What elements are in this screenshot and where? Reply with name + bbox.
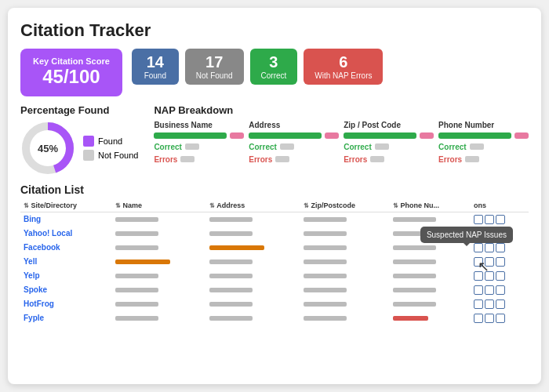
table-row: Spoke — [20, 283, 529, 297]
bar-cell-6-2 — [300, 297, 390, 311]
citation-table: ⇅ Site/Directory ⇅ Name ⇅ Address ⇅ Zip/… — [20, 199, 529, 325]
site-cell-6[interactable]: HotFrog — [20, 297, 112, 311]
site-link-2[interactable]: Facebook — [24, 243, 60, 252]
action-icon-2-2[interactable] — [485, 243, 494, 252]
bar-cell-6-1 — [206, 297, 300, 311]
citation-list-section: Citation List ⇅ Site/Directory ⇅ Name ⇅ … — [20, 183, 529, 372]
site-cell-2[interactable]: Facebook — [20, 241, 112, 255]
action-icon-3-3[interactable] — [496, 257, 505, 267]
stat-label-1: Not Found — [196, 71, 233, 80]
table-row: Yell — [20, 255, 529, 269]
nap-correct-row-3: Correct — [438, 143, 529, 151]
page-title: Citation Tracker — [20, 20, 529, 41]
nap-errors-gray-2 — [370, 156, 384, 162]
bar-cell-7-0 — [112, 311, 206, 325]
action-icon-3-5[interactable] — [496, 285, 505, 295]
nap-breakdown-section: NAP Breakdown Business Name Correct Erro… — [154, 104, 529, 176]
action-icon-1-5[interactable] — [474, 285, 483, 295]
nap-pink-bar-1 — [325, 132, 339, 139]
bar-cell-0-1 — [206, 212, 300, 227]
nap-errors-row-0: Errors — [154, 155, 244, 164]
notfound-color-swatch — [83, 150, 94, 161]
bar-cell-2-2 — [300, 241, 390, 255]
action-icon-2-6[interactable] — [485, 299, 494, 309]
action-icon-3-7[interactable] — [496, 314, 505, 323]
nap-top-bar-row-0 — [154, 132, 244, 139]
nap-correct-label-3: Correct — [438, 143, 467, 151]
action-icon-2-0[interactable] — [485, 215, 494, 224]
table-row: Bing — [20, 212, 529, 227]
score-value: 45/100 — [33, 66, 110, 89]
bar-cell-7-1 — [206, 311, 300, 325]
th-address[interactable]: ⇅ Address — [206, 199, 300, 212]
site-link-1[interactable]: Yahoo! Local — [24, 229, 72, 238]
nap-col-header-2: Zip / Post Code — [344, 121, 434, 129]
nap-errors-gray-1 — [275, 156, 289, 162]
middle-section: Percentage Found 45% Found — [20, 104, 529, 176]
nap-errors-gray-0 — [180, 156, 195, 162]
th-zip[interactable]: ⇅ Zip/Postcode — [300, 199, 390, 212]
donut-wrap: 45% Found Not Found — [20, 121, 138, 176]
nap-issues-tooltip: Suspected NAP Issues — [420, 227, 513, 243]
th-name[interactable]: ⇅ Name — [112, 199, 206, 212]
site-link-4[interactable]: Yelp — [24, 271, 40, 280]
nap-correct-gray-0 — [185, 143, 199, 150]
site-cell-3[interactable]: Yell — [20, 255, 112, 269]
site-cell-1[interactable]: Yahoo! Local — [20, 227, 112, 241]
table-header-row: ⇅ Site/Directory ⇅ Name ⇅ Address ⇅ Zip/… — [20, 199, 529, 212]
bar-cell-3-3 — [390, 255, 471, 269]
stat-box-1: 17Not Found — [185, 49, 244, 85]
nap-correct-label-1: Correct — [249, 143, 277, 151]
action-icon-1-0[interactable] — [474, 215, 483, 224]
score-label: Key Citation Score — [33, 56, 110, 66]
bar-cell-3-1 — [206, 255, 300, 269]
bar-cell-4-0 — [112, 269, 206, 283]
action-icon-1-7[interactable] — [474, 314, 483, 323]
nap-top-bar-row-2 — [344, 132, 434, 139]
action-icon-3-4[interactable] — [496, 271, 505, 281]
site-cell-5[interactable]: Spoke — [20, 283, 112, 297]
nap-errors-label-3: Errors — [438, 155, 462, 164]
site-cell-4[interactable]: Yelp — [20, 269, 112, 283]
action-icon-3-6[interactable] — [496, 299, 505, 309]
nap-pink-bar-0 — [230, 132, 244, 139]
nap-correct-row-1: Correct — [249, 143, 339, 151]
donut-chart: 45% — [20, 121, 75, 176]
nap-bar-wrap-0: Correct Errors — [154, 132, 244, 164]
action-icon-2-7[interactable] — [485, 314, 494, 323]
cursor-icon: ↖ — [478, 258, 489, 275]
site-link-0[interactable]: Bing — [24, 215, 41, 223]
th-site[interactable]: ⇅ Site/Directory — [20, 199, 112, 212]
stat-num-1: 17 — [196, 53, 233, 71]
nap-bar-wrap-3: Correct Errors — [438, 132, 529, 164]
legend-found: Found — [83, 136, 138, 147]
action-icon-1-2[interactable] — [474, 243, 483, 252]
action-icon-1-6[interactable] — [474, 299, 483, 309]
citation-list-title: Citation List — [20, 183, 529, 196]
score-box: Key Citation Score 45/100 — [20, 49, 122, 96]
percentage-title: Percentage Found — [20, 104, 138, 116]
site-link-7[interactable]: Fyple — [24, 314, 44, 322]
th-phone[interactable]: ⇅ Phone Nu... — [390, 199, 471, 212]
nap-green-bar-1 — [249, 132, 322, 139]
table-wrap: ⇅ Site/Directory ⇅ Name ⇅ Address ⇅ Zip/… — [20, 199, 529, 325]
nap-errors-gray-3 — [465, 156, 479, 162]
site-link-5[interactable]: Spoke — [24, 285, 47, 294]
action-cell-7 — [471, 311, 529, 325]
donut-center-value: 45% — [38, 142, 58, 154]
site-cell-7[interactable]: Fyple — [20, 311, 112, 325]
nap-correct-label-0: Correct — [154, 143, 182, 151]
site-cell-0[interactable]: Bing — [20, 212, 112, 227]
site-link-3[interactable]: Yell — [24, 257, 37, 266]
nap-green-bar-2 — [344, 132, 416, 139]
action-icon-3-2[interactable] — [496, 243, 505, 252]
bar-cell-0-2 — [300, 212, 390, 227]
action-icon-3-0[interactable] — [496, 215, 505, 224]
site-link-6[interactable]: HotFrog — [24, 299, 54, 308]
bar-cell-3-2 — [300, 255, 390, 269]
action-icon-2-5[interactable] — [485, 285, 494, 295]
bar-cell-0-0 — [112, 212, 206, 227]
bar-cell-7-2 — [300, 311, 390, 325]
nap-correct-row-0: Correct — [154, 143, 244, 151]
nap-col-header-3: Phone Number — [438, 121, 529, 129]
